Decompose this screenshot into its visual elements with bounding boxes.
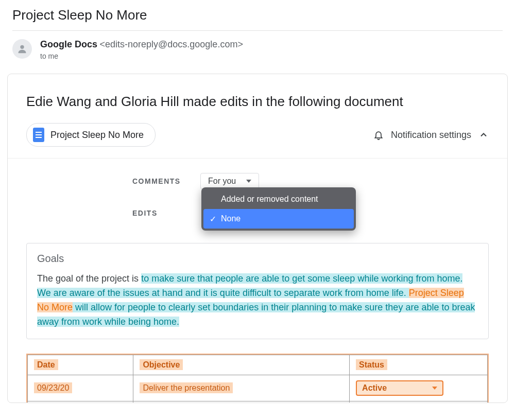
filter-block: COMMENTS For you EDITS Added or removed …	[26, 170, 489, 224]
document-preview: Goals The goal of the project is to make…	[26, 243, 489, 339]
sender-name: Google Docs	[40, 39, 97, 49]
goals-text-added-2: will allow for people to clearly set bou…	[37, 302, 475, 327]
dropdown-option-label: None	[221, 214, 241, 223]
edits-filter-label: EDITS	[132, 209, 189, 217]
card-divider	[8, 158, 507, 159]
goals-heading: Goals	[37, 253, 478, 265]
email-header: Google Docs <edits-noreply@docs.google.c…	[0, 31, 515, 69]
chevron-down-icon	[246, 180, 251, 183]
objectives-table-wrap: Date Objective Status 09/23/20 Deliver t…	[26, 354, 489, 403]
table-row: 09/23/20 Deliver the presentation Active	[28, 375, 488, 401]
document-title: Project Sleep No More	[50, 130, 144, 141]
edits-headline: Edie Wang and Gloria Hill made edits in …	[26, 94, 489, 110]
col-header-objective: Objective	[140, 359, 183, 370]
chevron-down-icon	[432, 387, 437, 390]
sender-avatar	[12, 39, 32, 59]
notification-settings-button[interactable]: Notification settings	[373, 129, 489, 141]
person-icon	[16, 43, 28, 55]
document-chip[interactable]: Project Sleep No More	[26, 123, 156, 147]
bell-icon	[373, 129, 384, 141]
goals-body: The goal of the project is to make sure …	[37, 272, 478, 329]
col-header-status: Status	[356, 359, 387, 370]
notification-settings-label: Notification settings	[391, 130, 471, 141]
sender-block: Google Docs <edits-noreply@docs.google.c…	[40, 39, 243, 60]
table-header-row: Date Objective Status	[28, 355, 488, 375]
doc-and-settings-row: Project Sleep No More Notification setti…	[26, 123, 489, 147]
dropdown-option-label: Added or removed content	[221, 195, 318, 203]
comments-filter-label: COMMENTS	[132, 177, 189, 185]
edits-filter-dropdown[interactable]: Added or removed content ✓ None	[201, 187, 356, 231]
goals-text-plain: The goal of the project is	[37, 273, 141, 284]
notification-card: Edie Wang and Gloria Hill made edits in …	[7, 74, 508, 403]
to-line: to me	[40, 52, 243, 60]
checkmark-icon: ✓	[209, 214, 217, 224]
col-header-date: Date	[34, 359, 58, 370]
cell-date: 09/23/20	[34, 382, 72, 393]
chevron-up-icon	[478, 130, 489, 140]
objectives-table: Date Objective Status 09/23/20 Deliver t…	[27, 355, 488, 403]
comments-filter-value: For you	[208, 177, 236, 186]
google-docs-icon	[33, 128, 44, 142]
status-value: Active	[362, 383, 387, 393]
table-row	[28, 401, 488, 403]
sender-address: <edits-noreply@docs.google.com>	[99, 39, 243, 49]
dropdown-option-none[interactable]: ✓ None	[203, 209, 354, 229]
dropdown-option-added-removed[interactable]: Added or removed content	[203, 189, 354, 209]
status-dropdown[interactable]: Active	[356, 380, 443, 396]
email-subject: Project Sleep No More	[0, 0, 515, 30]
cell-objective: Deliver the presentation	[140, 382, 233, 393]
svg-point-0	[20, 45, 24, 49]
